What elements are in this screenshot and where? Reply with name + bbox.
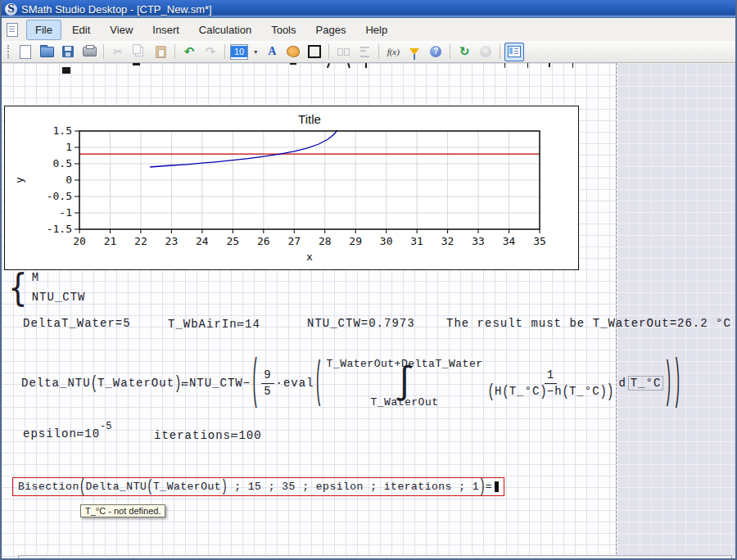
menu-bar: File Edit View Insert Calculation Tools …	[2, 18, 735, 41]
inner-function-name: Delta_NTU	[86, 481, 147, 493]
toolbar-separator	[224, 44, 225, 59]
tick-label-x: 30	[380, 235, 393, 247]
chevron-down-icon: ▾	[251, 48, 260, 56]
menu-help[interactable]: Help	[356, 20, 396, 40]
funnel-icon	[409, 48, 419, 55]
recalculate-button[interactable]: ↻	[454, 43, 474, 61]
horizontal-scrollbar[interactable]	[18, 555, 732, 558]
tick-label-x: 26	[257, 235, 270, 247]
differential-variable: T_°C	[628, 376, 664, 391]
menu-edit[interactable]: Edit	[63, 20, 99, 40]
definition-deltat-water[interactable]: DeltaT_Water=5	[23, 317, 131, 330]
clipped-expression-fragment	[527, 63, 528, 68]
print-button[interactable]	[79, 43, 99, 61]
undo-arrow-icon: ↶	[184, 44, 195, 59]
close-paren: )	[664, 355, 671, 412]
menu-pages[interactable]: Pages	[307, 20, 355, 40]
paste-button[interactable]	[151, 43, 170, 61]
clipped-expression-fragment	[572, 63, 573, 68]
units-icon	[337, 48, 350, 56]
menu-view[interactable]: View	[101, 20, 142, 40]
help-globe-icon: ?	[430, 46, 441, 57]
redo-button[interactable]: ↷	[201, 43, 220, 61]
definition-t-wbairin[interactable]: T_WbAirIn≔14	[168, 317, 260, 331]
stop-circle-icon: ×	[480, 46, 491, 57]
smath-window: S SMath Studio Desktop - [CTP_New.sm*] F…	[0, 0, 737, 560]
output-ntu-ctw[interactable]: NTU_CTW=0.7973	[307, 317, 415, 330]
tick-label-x: 21	[104, 235, 117, 247]
tick-label-y: -1	[59, 206, 72, 219]
tick-label-x: 24	[196, 235, 209, 247]
inner-function-arg: T_WaterOut	[153, 481, 221, 493]
open-folder-icon	[40, 47, 54, 57]
new-button[interactable]	[16, 43, 35, 61]
background-color-button[interactable]	[283, 43, 303, 61]
save-button[interactable]	[58, 43, 78, 61]
filter-button[interactable]	[405, 43, 424, 61]
y-axis-label: y	[13, 177, 25, 183]
result-note-text[interactable]: The result must be T_WaterOut=26.2 °C	[446, 317, 731, 330]
save-floppy-icon	[62, 46, 74, 57]
fx-icon: f(x)	[387, 47, 400, 56]
font-size-dropdown[interactable]: ▾	[251, 45, 260, 59]
matrix-line-2: NTU_CTW	[32, 291, 86, 304]
worksheet-canvas[interactable]: 20212223242526272829303132333435-1.5-1-0…	[2, 63, 735, 558]
open-button[interactable]	[37, 43, 57, 61]
menu-tools[interactable]: Tools	[262, 20, 305, 40]
main-toolbar: ✂ ↶ ↷ 10 ▾ A f(x) ? ↻ ×	[2, 41, 735, 63]
units-button[interactable]	[333, 43, 353, 61]
chart-title: Title	[298, 112, 321, 126]
copy-icon	[133, 44, 141, 54]
curly-brace: {	[9, 269, 28, 305]
close-paren: )	[673, 353, 680, 414]
sidebar-toggle-button[interactable]	[504, 43, 524, 61]
toolbar-grip[interactable]	[7, 45, 11, 58]
tick-label-y: -0.5	[47, 190, 72, 202]
assistance-button[interactable]: ?	[426, 43, 445, 61]
copy-button[interactable]	[129, 43, 149, 61]
clipped-expression-fragment	[290, 63, 296, 65]
font-size-combobox[interactable]: 10	[230, 44, 248, 60]
border-button[interactable]	[305, 43, 324, 61]
epsilon-base: epsilon≔10	[23, 427, 100, 440]
close-paren: )	[479, 476, 486, 498]
cut-button[interactable]: ✂	[108, 43, 128, 61]
align-button[interactable]	[355, 43, 374, 61]
abort-button[interactable]: ×	[476, 43, 495, 61]
bisection-expression[interactable]: Bisection(Delta_NTU(T_WaterOut) ; 15 ; 3…	[12, 477, 504, 496]
side-panel-icon	[508, 46, 521, 57]
integral-lower-limit: T_WaterOut	[371, 397, 439, 408]
fraction-9-5: 95	[261, 368, 274, 397]
refresh-icon: ↻	[459, 44, 470, 59]
clipped-expression-fragment	[133, 63, 140, 65]
tick-label-x: 20	[73, 235, 86, 247]
text-cursor	[495, 481, 499, 492]
undo-button[interactable]: ↶	[179, 43, 199, 61]
off-page-area	[616, 63, 735, 558]
integral-block: T_WaterOut+DeltaT_Water∫T_WaterOut	[327, 359, 483, 408]
bisection-args: ; 15 ; 35 ; epsilon ; iterations ; 1	[228, 481, 479, 493]
title-bar[interactable]: S SMath Studio Desktop - [CTP_New.sm*]	[2, 0, 735, 18]
integrand-fraction: 1(H(T_°C)−h(T_°C))	[488, 368, 614, 397]
palette-icon	[287, 46, 300, 57]
system-output-expression[interactable]: { M NTU_CTW	[7, 269, 86, 305]
font-color-button[interactable]: A	[262, 43, 282, 61]
menu-insert[interactable]: Insert	[143, 20, 188, 40]
series-Delta_NTU-curve	[150, 130, 337, 167]
toolbar-separator	[174, 44, 175, 59]
window-title: SMath Studio Desktop - [CTP_New.sm*]	[21, 3, 212, 16]
error-tooltip: T_°C - not defined.	[80, 504, 165, 517]
toolbar-separator	[378, 44, 379, 59]
iterations-definition[interactable]: iterations≔100	[154, 428, 262, 442]
delta-ntu-definition[interactable]: Delta_NTU(T_WaterOut)≔NTU_CTW−(95·eval(T…	[21, 350, 681, 417]
menu-calculation[interactable]: Calculation	[190, 20, 260, 40]
tick-label-y: 1.5	[53, 124, 72, 137]
new-document-icon	[20, 45, 31, 59]
function-arg: T_WaterOut	[97, 377, 174, 390]
epsilon-definition[interactable]: epsilon≔10-5	[23, 427, 111, 440]
function-button[interactable]: f(x)	[383, 43, 403, 61]
menu-file[interactable]: File	[26, 20, 61, 40]
plot-region[interactable]: 20212223242526272829303132333435-1.5-1-0…	[4, 106, 579, 270]
open-paren: (	[315, 355, 323, 412]
open-paren: (	[91, 373, 97, 394]
